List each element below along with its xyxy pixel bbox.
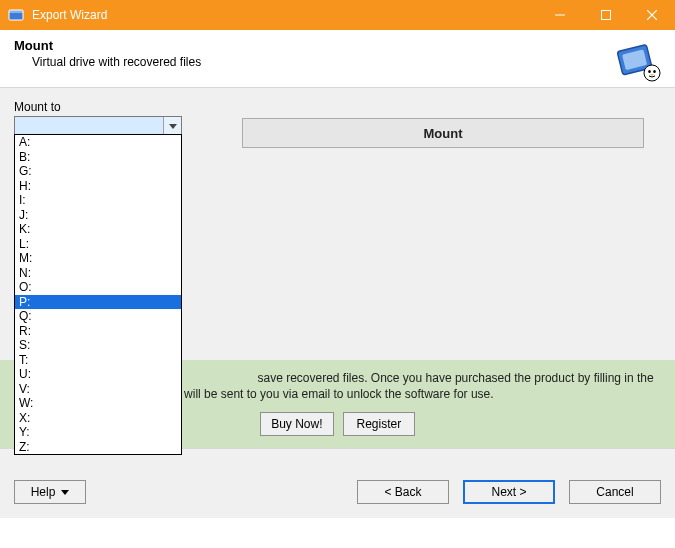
page-title: Mount [14,38,615,53]
mount-button[interactable]: Mount [242,118,644,148]
wizard-footer: Help < Back Next > Cancel [0,448,675,518]
help-button-label: Help [31,485,56,499]
dropdown-option[interactable]: W: [15,396,181,411]
svg-rect-1 [9,10,23,13]
minimize-button[interactable] [537,0,583,30]
cancel-button[interactable]: Cancel [569,480,661,504]
dropdown-option[interactable]: U: [15,367,181,382]
dropdown-option[interactable]: N: [15,266,181,281]
buy-now-button[interactable]: Buy Now! [260,412,333,436]
chevron-down-icon [61,490,69,495]
app-icon [6,5,26,25]
dropdown-option[interactable]: L: [15,237,181,252]
mount-to-label: Mount to [14,100,661,114]
dropdown-option[interactable]: Z: [15,440,181,455]
dropdown-option[interactable]: H: [15,179,181,194]
titlebar: Export Wizard [0,0,675,30]
page-subtitle: Virtual drive with recovered files [14,55,615,69]
dropdown-option[interactable]: P: [15,295,181,310]
wizard-header: Mount Virtual drive with recovered files [0,30,675,88]
svg-point-8 [644,65,660,81]
svg-point-10 [653,70,656,73]
dropdown-option[interactable]: X: [15,411,181,426]
register-button[interactable]: Register [343,412,415,436]
dropdown-option[interactable]: O: [15,280,181,295]
dropdown-option[interactable]: I: [15,193,181,208]
dropdown-option[interactable]: B: [15,150,181,165]
svg-rect-3 [602,11,611,20]
maximize-button[interactable] [583,0,629,30]
dropdown-option[interactable]: V: [15,382,181,397]
window-title: Export Wizard [32,8,107,22]
dropdown-option[interactable]: G: [15,164,181,179]
help-button[interactable]: Help [14,480,86,504]
dropdown-option[interactable]: T: [15,353,181,368]
dropdown-option[interactable]: R: [15,324,181,339]
dropdown-option[interactable]: Y: [15,425,181,440]
dropdown-option[interactable]: Q: [15,309,181,324]
next-button[interactable]: Next > [463,480,555,504]
back-button[interactable]: < Back [357,480,449,504]
mount-to-dropdown-list[interactable]: A:B:G:H:I:J:K:L:M:N:O:P:Q:R:S:T:U:V:W:X:… [14,134,182,455]
dropdown-option[interactable]: M: [15,251,181,266]
svg-point-9 [648,70,651,73]
wizard-icon [615,38,661,84]
dropdown-option[interactable]: J: [15,208,181,223]
dropdown-option[interactable]: S: [15,338,181,353]
close-button[interactable] [629,0,675,30]
dropdown-option[interactable]: K: [15,222,181,237]
dropdown-option[interactable]: A: [15,135,181,150]
